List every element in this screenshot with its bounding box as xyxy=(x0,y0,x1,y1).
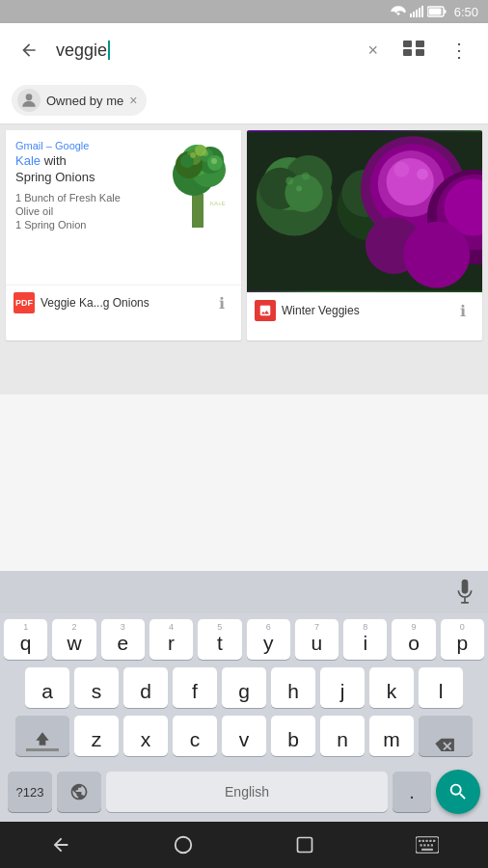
chip-close-button[interactable]: × xyxy=(129,93,137,108)
globe-key[interactable] xyxy=(57,772,101,812)
back-button[interactable] xyxy=(12,33,46,68)
key-c[interactable]: c xyxy=(173,716,217,756)
key-g[interactable]: g xyxy=(222,667,266,708)
back-nav-button[interactable] xyxy=(37,822,85,868)
key-k[interactable]: k xyxy=(369,667,414,708)
card-photo-info-button[interactable]: ℹ xyxy=(451,299,474,322)
battery-icon xyxy=(427,6,447,17)
key-z[interactable]: z xyxy=(74,716,119,756)
svg-point-48 xyxy=(285,177,293,185)
svg-rect-64 xyxy=(427,844,429,846)
key-row-2: a s d f g h j k l xyxy=(4,667,484,708)
card-doc-content: Gmail – Google Kale withSpring Onions 1 … xyxy=(6,130,241,285)
card-photo-content xyxy=(247,130,482,292)
key-u[interactable]: 7u xyxy=(295,619,339,660)
svg-point-50 xyxy=(296,185,302,191)
recent-nav-icon xyxy=(295,835,314,854)
filter-chip[interactable]: Owned by me × xyxy=(12,85,147,116)
svg-rect-53 xyxy=(461,602,469,604)
key-l[interactable]: l xyxy=(419,667,463,708)
search-icon xyxy=(447,781,469,802)
key-y[interactable]: 6y xyxy=(247,619,290,660)
veggie-photo-image xyxy=(247,130,482,292)
key-p[interactable]: 0p xyxy=(441,619,484,660)
svg-rect-66 xyxy=(421,849,433,851)
shift-key[interactable] xyxy=(15,716,69,756)
search-input-area[interactable]: veggie xyxy=(56,41,350,61)
key-j[interactable]: j xyxy=(320,667,365,708)
key-f[interactable]: f xyxy=(173,667,217,708)
card-photo-title: Winter Veggies xyxy=(282,304,446,317)
key-b[interactable]: b xyxy=(271,716,315,756)
result-card-photo[interactable]: Winter Veggies ℹ xyxy=(247,130,482,340)
key-n[interactable]: n xyxy=(320,716,365,756)
shift-icon xyxy=(33,729,52,748)
card-photo-footer: Winter Veggies ℹ xyxy=(247,292,482,328)
status-icons: 6:50 xyxy=(391,5,478,19)
keyboard-nav-icon xyxy=(416,836,439,854)
svg-rect-3 xyxy=(419,8,420,17)
search-key[interactable] xyxy=(436,770,480,814)
num-switch-key[interactable]: ?123 xyxy=(8,772,52,812)
chip-avatar xyxy=(17,89,41,112)
svg-point-49 xyxy=(302,173,310,180)
key-i[interactable]: 8i xyxy=(343,619,387,660)
backspace-icon xyxy=(435,736,456,751)
backspace-key[interactable] xyxy=(419,716,473,756)
key-a[interactable]: a xyxy=(25,667,69,708)
recent-nav-button[interactable] xyxy=(281,822,329,868)
key-row-3: z x c v b n m xyxy=(4,716,484,756)
search-header: veggie × ⋮ xyxy=(0,23,488,77)
search-cursor xyxy=(108,41,110,60)
key-x[interactable]: x xyxy=(123,716,168,756)
key-v[interactable]: v xyxy=(222,716,266,756)
key-e[interactable]: 3e xyxy=(101,619,145,660)
result-card-document[interactable]: Gmail – Google Kale withSpring Onions 1 … xyxy=(6,130,241,340)
keyboard-rows: 1q 2w 3e 4r 5t 6y 7u 8i 9o 0p a s d f g … xyxy=(0,613,488,766)
key-t[interactable]: 5t xyxy=(198,619,241,660)
svg-rect-65 xyxy=(431,844,433,846)
svg-text:KA+E: KA+E xyxy=(210,201,226,206)
clear-button[interactable]: × xyxy=(360,33,386,68)
filter-bar: Owned by me × xyxy=(0,77,488,124)
svg-rect-52 xyxy=(464,597,466,602)
key-m[interactable]: m xyxy=(369,716,414,756)
key-h[interactable]: h xyxy=(271,667,315,708)
key-o[interactable]: 9o xyxy=(392,619,435,660)
svg-rect-2 xyxy=(416,10,418,17)
home-nav-icon xyxy=(173,834,194,855)
svg-point-25 xyxy=(203,150,208,156)
space-key[interactable]: English xyxy=(106,772,388,812)
svg-rect-60 xyxy=(429,840,431,842)
svg-rect-61 xyxy=(433,840,435,842)
key-q[interactable]: 1q xyxy=(4,619,47,660)
key-d[interactable]: d xyxy=(123,667,168,708)
back-nav-icon xyxy=(50,834,71,855)
keyboard-bottom-row: ?123 English . xyxy=(0,766,488,822)
card-doc-info-button[interactable]: ℹ xyxy=(210,291,233,314)
svg-point-46 xyxy=(394,162,410,177)
home-nav-button[interactable] xyxy=(159,822,207,868)
more-options-button[interactable]: ⋮ xyxy=(442,31,476,69)
svg-rect-58 xyxy=(422,840,424,842)
grid-view-button[interactable] xyxy=(395,33,432,68)
svg-rect-4 xyxy=(421,6,423,17)
key-s[interactable]: s xyxy=(74,667,119,708)
status-bar: 6:50 xyxy=(0,0,488,23)
key-r[interactable]: 4r xyxy=(149,619,193,660)
svg-point-54 xyxy=(176,837,192,854)
mic-button[interactable] xyxy=(455,579,474,606)
key-row-1: 1q 2w 3e 4r 5t 6y 7u 8i 9o 0p xyxy=(4,619,484,660)
period-key[interactable]: . xyxy=(393,772,431,812)
svg-rect-6 xyxy=(444,10,446,14)
broccoli-image: KA+E xyxy=(160,136,237,232)
svg-point-47 xyxy=(417,169,428,180)
keyboard-nav-button[interactable] xyxy=(403,822,451,868)
separator xyxy=(0,346,488,394)
photo-icon xyxy=(255,300,276,321)
svg-point-24 xyxy=(190,152,196,158)
keyboard: 1q 2w 3e 4r 5t 6y 7u 8i 9o 0p a s d f g … xyxy=(0,571,488,822)
svg-rect-1 xyxy=(413,12,415,17)
grid-icon xyxy=(403,41,424,56)
key-w[interactable]: 2w xyxy=(52,619,95,660)
